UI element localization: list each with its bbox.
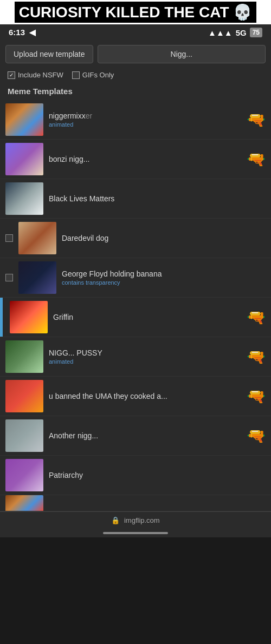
list-item[interactable]: George Floyd holding banana contains tra…	[0, 258, 271, 298]
list-item-partial	[0, 495, 271, 511]
meme-banner: CURIOSITY KILLED THE CAT 💀	[0, 0, 271, 24]
home-bar	[103, 532, 168, 534]
template-info: Patriarchy	[49, 471, 266, 479]
template-info: Another nigg...	[49, 431, 241, 440]
nsfw-label: Include NSFW	[18, 71, 63, 79]
list-item[interactable]: Another nigg... 🔫	[0, 416, 271, 456]
template-info: NIGG... PUSSY animated	[49, 349, 241, 365]
gifs-label: GIFs Only	[82, 71, 114, 79]
template-name: Another nigg...	[49, 431, 241, 440]
template-thumbnail	[5, 103, 43, 136]
template-name: bonzi nigg...	[49, 155, 241, 163]
bottom-bar: 🔒 imgflip.com	[0, 511, 271, 529]
list-item[interactable]: bonzi nigg... 🔫	[0, 140, 271, 179]
toolbar: Upload new template Nigg...	[0, 41, 271, 68]
item-checkbox[interactable]	[5, 274, 13, 281]
template-thumbnail	[18, 261, 56, 294]
list-item[interactable]: Griffin 🔫	[0, 298, 271, 337]
template-list: niggermixxer animated 🔫 bonzi nigg... 🔫 …	[0, 100, 271, 511]
status-bar: 6:13 ◀ ▲▲▲ 5G 75	[0, 24, 271, 41]
list-item[interactable]: Patriarchy	[0, 456, 271, 495]
meme-banner-text: CURIOSITY KILLED THE CAT 💀	[15, 2, 257, 23]
secondary-button[interactable]: Nigg...	[98, 45, 266, 63]
site-label: imgflip.com	[124, 516, 160, 524]
template-name: Griffin	[53, 313, 241, 321]
signal-icon: ▲▲▲	[208, 28, 233, 37]
template-thumbnail	[5, 340, 43, 373]
nsfw-checkbox[interactable]: ✓	[8, 71, 15, 79]
battery-indicator: 75	[250, 28, 262, 37]
gun-icon: 🔫	[247, 111, 266, 129]
gun-icon: 🔫	[247, 348, 266, 366]
template-info: bonzi nigg...	[49, 155, 241, 163]
gun-icon: 🔫	[247, 308, 266, 326]
gifs-filter[interactable]: GIFs Only	[72, 71, 114, 79]
template-name: niggermixxer	[49, 111, 241, 120]
template-name: Patriarchy	[49, 471, 266, 479]
gun-icon: 🔫	[247, 387, 266, 405]
template-info: niggermixxer animated	[49, 111, 241, 128]
section-header: Meme Templates	[0, 82, 271, 100]
template-info: Griffin	[53, 313, 241, 321]
gifs-checkbox[interactable]	[72, 71, 80, 79]
template-info: George Floyd holding banana contains tra…	[62, 270, 266, 286]
upload-template-button[interactable]: Upload new template	[5, 45, 93, 63]
lock-icon: 🔒	[111, 516, 120, 524]
list-item[interactable]: u banned the UMA they cooked a... 🔫	[0, 377, 271, 416]
nsfw-filter[interactable]: ✓ Include NSFW	[8, 71, 63, 79]
template-thumbnail	[5, 495, 43, 511]
time-display: 6:13 ◀	[9, 28, 36, 37]
template-info: Daredevil dog	[62, 234, 266, 242]
template-thumbnail	[18, 222, 56, 254]
network-type: 5G	[236, 28, 247, 37]
home-indicator	[0, 529, 271, 537]
template-info: Black Lives Matters	[49, 194, 266, 203]
gun-icon: 🔫	[247, 427, 266, 445]
template-thumbnail	[5, 143, 43, 175]
list-item[interactable]: Daredevil dog	[0, 219, 271, 258]
item-checkbox[interactable]	[5, 234, 13, 242]
list-item[interactable]: NIGG... PUSSY animated 🔫	[0, 337, 271, 377]
template-thumbnail	[10, 301, 48, 333]
template-badge: contains transparency	[62, 279, 266, 286]
template-badge: animated	[49, 121, 241, 128]
filter-row: ✓ Include NSFW GIFs Only	[0, 68, 271, 82]
page-wrapper: CURIOSITY KILLED THE CAT 💀 6:13 ◀ ▲▲▲ 5G…	[0, 0, 271, 537]
template-badge: animated	[49, 358, 241, 365]
template-name: Black Lives Matters	[49, 194, 266, 203]
template-name: Daredevil dog	[62, 234, 266, 242]
template-name: NIGG... PUSSY	[49, 349, 241, 357]
template-thumbnail	[5, 419, 43, 452]
sidebar-accent	[0, 298, 3, 337]
template-name: u banned the UMA they cooked a...	[49, 392, 241, 400]
template-thumbnail	[5, 459, 43, 491]
gun-icon: 🔫	[247, 150, 266, 168]
template-name: George Floyd holding banana	[62, 270, 266, 278]
template-thumbnail	[5, 182, 43, 215]
list-item[interactable]: niggermixxer animated 🔫	[0, 100, 271, 140]
location-icon: ◀	[29, 28, 36, 37]
list-item[interactable]: Black Lives Matters	[0, 179, 271, 219]
template-thumbnail	[5, 380, 43, 412]
template-info: u banned the UMA they cooked a...	[49, 392, 241, 400]
status-right: ▲▲▲ 5G 75	[208, 28, 262, 37]
